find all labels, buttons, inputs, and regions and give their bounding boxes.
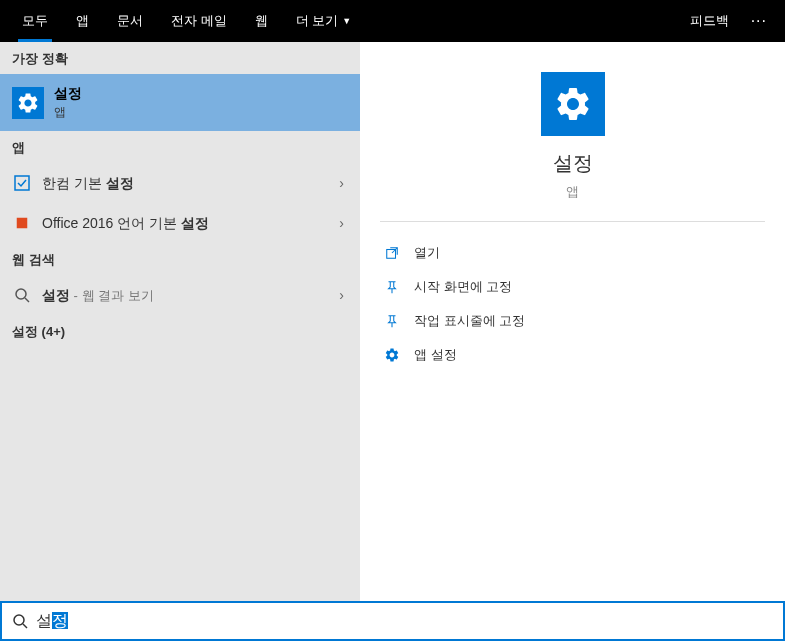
more-button[interactable]: ···	[741, 12, 777, 30]
section-settings-more[interactable]: 설정 (4+)	[0, 315, 360, 347]
preview-actions: 열기 시작 화면에 고정 작업 표시줄에 고정 앱 설정	[360, 222, 785, 386]
result-best-match[interactable]: 설정 앱	[0, 74, 360, 131]
gear-icon	[12, 87, 44, 119]
preview-hero: 설정 앱	[380, 42, 765, 222]
nav-right: 피드백 ···	[678, 0, 777, 42]
result-title: 설정	[54, 84, 348, 102]
result-subtitle: 앱	[54, 104, 348, 121]
search-icon	[12, 613, 28, 629]
gear-icon	[541, 72, 605, 136]
tab-email[interactable]: 전자 메일	[157, 0, 241, 42]
section-web-search: 웹 검색	[0, 243, 360, 275]
svg-rect-0	[15, 176, 29, 190]
gear-icon	[380, 347, 404, 363]
svg-line-3	[25, 298, 29, 302]
svg-point-5	[14, 615, 24, 625]
chevron-down-icon: ▼	[342, 16, 351, 26]
svg-point-2	[16, 289, 26, 299]
svg-line-6	[23, 624, 27, 628]
preview-title: 설정	[380, 150, 765, 177]
tab-apps[interactable]: 앱	[62, 0, 103, 42]
pin-icon	[380, 280, 404, 294]
preview-panel: 설정 앱 열기 시작 화면에 고정 작업 표시줄에 고정	[360, 42, 785, 601]
checkbox-icon	[12, 173, 32, 193]
tab-more[interactable]: 더 보기 ▼	[282, 0, 366, 42]
top-nav: 모두 앱 문서 전자 메일 웹 더 보기 ▼ 피드백 ···	[0, 0, 785, 42]
tab-documents[interactable]: 문서	[103, 0, 157, 42]
preview-subtitle: 앱	[380, 183, 765, 201]
svg-rect-1	[17, 218, 28, 229]
action-pin-taskbar[interactable]: 작업 표시줄에 고정	[380, 304, 765, 338]
result-app-hancom[interactable]: 한컴 기본 설정 ›	[0, 163, 360, 203]
tab-web[interactable]: 웹	[241, 0, 282, 42]
nav-tabs: 모두 앱 문서 전자 메일 웹 더 보기 ▼	[8, 0, 365, 42]
chevron-right-icon: ›	[335, 215, 348, 231]
search-input[interactable]: 설정	[36, 611, 68, 632]
open-icon	[380, 246, 404, 260]
search-box[interactable]: 설정	[0, 601, 785, 641]
office-icon	[12, 213, 32, 233]
result-app-office[interactable]: Office 2016 언어 기본 설정 ›	[0, 203, 360, 243]
action-open[interactable]: 열기	[380, 236, 765, 270]
search-icon	[12, 285, 32, 305]
results-panel: 가장 정확 설정 앱 앱 한컴 기본 설정 ›	[0, 42, 360, 601]
feedback-button[interactable]: 피드백	[678, 12, 741, 30]
pin-icon	[380, 314, 404, 328]
section-apps: 앱	[0, 131, 360, 163]
section-best-match: 가장 정확	[0, 42, 360, 74]
action-pin-start[interactable]: 시작 화면에 고정	[380, 270, 765, 304]
content: 가장 정확 설정 앱 앱 한컴 기본 설정 ›	[0, 42, 785, 601]
chevron-right-icon: ›	[335, 287, 348, 303]
chevron-right-icon: ›	[335, 175, 348, 191]
tab-all[interactable]: 모두	[8, 0, 62, 42]
action-app-settings[interactable]: 앱 설정	[380, 338, 765, 372]
result-web-search[interactable]: 설정 - 웹 결과 보기 ›	[0, 275, 360, 315]
